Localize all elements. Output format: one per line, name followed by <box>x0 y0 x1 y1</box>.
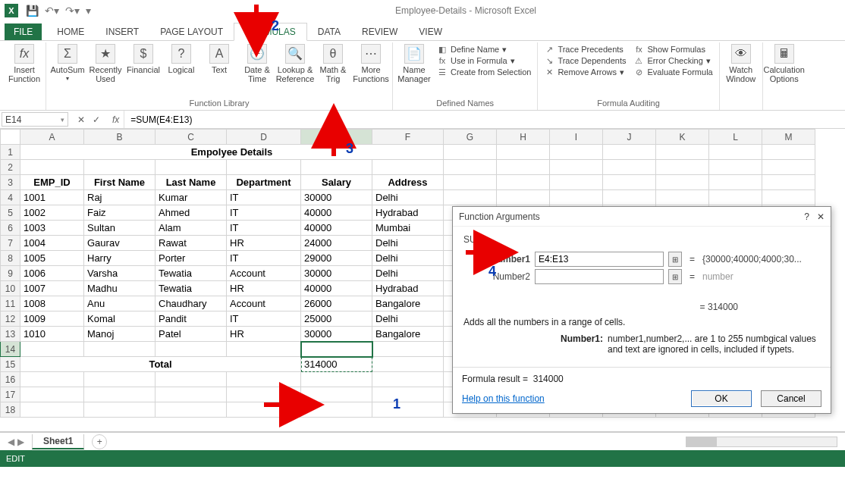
cell-D6[interactable]: IT <box>227 221 301 236</box>
cell-F9[interactable]: Delhi <box>372 266 444 281</box>
cell-B14[interactable] <box>84 342 155 357</box>
cell-B16[interactable] <box>84 372 155 387</box>
show-formulas-button[interactable]: fxShow Formulas <box>633 44 712 55</box>
cell-K4[interactable] <box>656 190 709 205</box>
trace-dependents-button[interactable]: ↘Trace Dependents <box>544 55 626 66</box>
cell-E12[interactable]: 25000 <box>301 311 372 327</box>
cell-K1[interactable] <box>656 145 709 160</box>
cell-D5[interactable]: IT <box>227 205 301 221</box>
cell-C12[interactable]: Pandit <box>155 311 227 327</box>
cell-K2[interactable] <box>656 160 709 175</box>
cell-B6[interactable]: Sultan <box>84 221 155 236</box>
cell-F6[interactable]: Mumbai <box>372 221 444 236</box>
collapse-dialog-icon[interactable]: ⊞ <box>668 252 682 267</box>
cell-E6[interactable]: 40000 <box>301 221 372 236</box>
cell-E7[interactable]: 24000 <box>301 236 372 251</box>
cell-F4[interactable]: Delhi <box>372 190 444 205</box>
define-name-button[interactable]: ◧Define Name ▾ <box>437 44 531 55</box>
cell-G3[interactable] <box>444 175 497 190</box>
row-header-3[interactable]: 3 <box>1 175 20 190</box>
cell-C6[interactable]: Alam <box>155 221 227 236</box>
cell-F17[interactable] <box>372 387 444 402</box>
cell-L2[interactable] <box>709 160 762 175</box>
create-from-selection-button[interactable]: ☰Create from Selection <box>437 67 531 77</box>
cell-B17[interactable] <box>84 387 155 402</box>
row-header-16[interactable]: 16 <box>1 372 20 387</box>
name-box[interactable]: E14 <box>2 112 68 127</box>
sheet-tab-sheet1[interactable]: Sheet1 <box>32 434 84 449</box>
financial-button[interactable]: $Financial <box>125 42 162 76</box>
cell-F8[interactable]: Delhi <box>372 251 444 266</box>
cell-L1[interactable] <box>709 145 762 160</box>
row-header-9[interactable]: 9 <box>1 266 20 281</box>
cell-E10[interactable]: 40000 <box>301 281 372 296</box>
cell-H3[interactable] <box>497 175 550 190</box>
cell-B9[interactable]: Varsha <box>84 266 155 281</box>
cell-F7[interactable]: Delhi <box>372 236 444 251</box>
cell-A4[interactable]: 1001 <box>20 190 84 205</box>
row-header-7[interactable]: 7 <box>1 236 20 251</box>
column-header-C[interactable]: C <box>155 130 227 145</box>
more-functions-button[interactable]: ⋯More Functions <box>353 42 389 85</box>
date-time-button[interactable]: 🕒Date & Time <box>239 42 275 85</box>
trace-precedents-button[interactable]: ↗Trace Precedents <box>544 44 626 55</box>
tab-formulas[interactable]: FORMULAS <box>234 23 307 41</box>
cell-D18[interactable] <box>227 402 301 418</box>
math-trig-button[interactable]: θMath & Trig <box>315 42 351 85</box>
cell-E5[interactable]: 40000 <box>301 205 372 221</box>
cell-E11[interactable]: 26000 <box>301 296 372 311</box>
column-header-E[interactable]: E <box>301 130 372 145</box>
cell-E16[interactable] <box>301 372 372 387</box>
cell-C7[interactable]: Rawat <box>155 236 227 251</box>
column-header-K[interactable]: K <box>656 130 709 145</box>
add-sheet-button[interactable]: + <box>92 434 107 449</box>
number1-input[interactable] <box>535 252 664 267</box>
formula-input[interactable] <box>124 111 845 128</box>
tab-view[interactable]: VIEW <box>408 23 453 40</box>
logical-button[interactable]: ?Logical <box>163 42 199 76</box>
qat-customize-icon[interactable]: ▾ <box>86 5 91 17</box>
cell-A14[interactable] <box>20 342 84 357</box>
cell-B11[interactable]: Anu <box>84 296 155 311</box>
cell-D13[interactable]: HR <box>227 327 301 342</box>
cell-M1[interactable] <box>762 145 815 160</box>
cell-C18[interactable] <box>155 402 227 418</box>
cell-F3[interactable]: Address <box>372 175 444 190</box>
cell-D11[interactable]: Account <box>227 296 301 311</box>
cancel-button[interactable]: Cancel <box>761 390 821 407</box>
row-header-8[interactable]: 8 <box>1 251 20 266</box>
remove-arrows-button[interactable]: ✕Remove Arrows ▾ <box>544 67 626 77</box>
autosum-button[interactable]: ΣAutoSum▾ <box>49 42 86 84</box>
recently-used-button[interactable]: ★Recently Used <box>87 42 124 85</box>
total-label-cell[interactable]: Total <box>20 357 301 372</box>
column-header-M[interactable]: M <box>762 130 815 145</box>
column-header-L[interactable]: L <box>709 130 762 145</box>
cell-B5[interactable]: Faiz <box>84 205 155 221</box>
cell-F12[interactable]: Delhi <box>372 311 444 327</box>
error-checking-button[interactable]: ⚠Error Checking ▾ <box>633 55 712 66</box>
column-header-D[interactable]: D <box>227 130 301 145</box>
watch-window-button[interactable]: 👁Watch Window <box>723 42 759 85</box>
cell-A6[interactable]: 1003 <box>20 221 84 236</box>
row-header-1[interactable]: 1 <box>1 145 20 160</box>
cell-C5[interactable]: Ahmed <box>155 205 227 221</box>
cell-B12[interactable]: Komal <box>84 311 155 327</box>
cell-E2[interactable] <box>301 160 372 175</box>
cell-F14[interactable] <box>372 342 444 357</box>
column-header-A[interactable]: A <box>20 130 84 145</box>
cell-H1[interactable] <box>497 145 550 160</box>
cell-A16[interactable] <box>20 372 84 387</box>
row-header-4[interactable]: 4 <box>1 190 20 205</box>
cell-E4[interactable]: 30000 <box>301 190 372 205</box>
cell-H4[interactable] <box>497 190 550 205</box>
cell-C10[interactable]: Tewatia <box>155 281 227 296</box>
cell-I2[interactable] <box>550 160 603 175</box>
cell-C3[interactable]: Last Name <box>155 175 227 190</box>
cell-A2[interactable] <box>20 160 84 175</box>
cell-A12[interactable]: 1009 <box>20 311 84 327</box>
cell-D8[interactable]: IT <box>227 251 301 266</box>
cell-L3[interactable] <box>709 175 762 190</box>
cell-H2[interactable] <box>497 160 550 175</box>
row-header-18[interactable]: 18 <box>1 402 20 418</box>
cell-F11[interactable]: Bangalore <box>372 296 444 311</box>
